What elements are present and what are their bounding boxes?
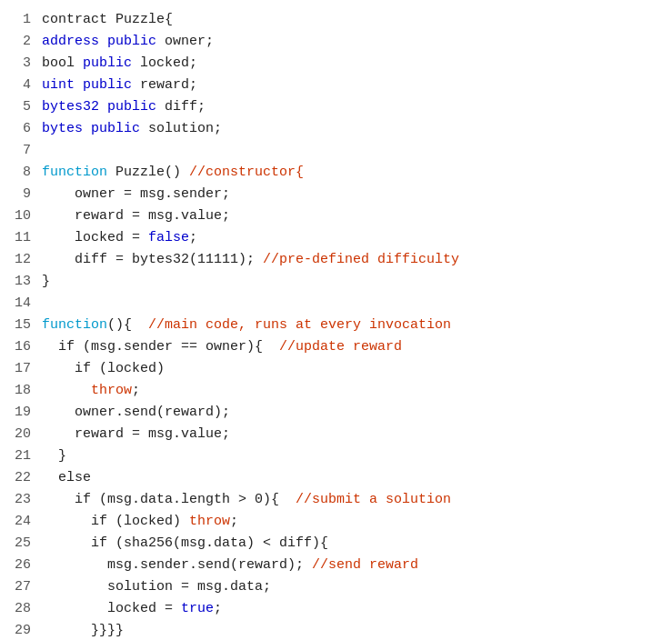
code-line: 3bool public locked; (0, 53, 672, 75)
line-content: else (42, 467, 663, 489)
code-token: owner; (156, 34, 214, 49)
line-content: contract Puzzle{ (42, 9, 663, 31)
line-content: locked = false; (42, 227, 663, 249)
code-token: bytes (42, 121, 83, 136)
code-token: if (msg.sender == owner){ (42, 339, 279, 355)
code-token: public (83, 77, 132, 93)
code-token: if (msg.data.length > 0){ (42, 492, 296, 507)
code-editor: 1contract Puzzle{2address public owner;3… (0, 0, 672, 640)
code-token: diff = bytes32(11111); (42, 252, 263, 267)
code-token: }}}} (42, 623, 124, 638)
code-token: bool (42, 55, 75, 71)
line-content: locked = true; (42, 598, 663, 620)
line-number: 19 (9, 402, 31, 424)
code-line: 29 }}}} (0, 620, 672, 640)
code-line: 21 } (0, 445, 672, 467)
line-number: 15 (9, 315, 31, 336)
code-line: 20 reward = msg.value; (0, 424, 672, 445)
code-line: 13} (0, 271, 672, 293)
code-line: 28 locked = true; (0, 598, 672, 620)
line-content: }}}} (42, 620, 663, 640)
line-number: 20 (9, 424, 31, 445)
code-token: false (148, 230, 189, 245)
code-token (99, 99, 107, 115)
code-token (42, 383, 91, 398)
line-number: 11 (9, 227, 31, 249)
line-number: 3 (9, 53, 31, 75)
line-number: 22 (9, 467, 31, 489)
line-number: 7 (9, 140, 31, 162)
line-content: msg.sender.send(reward); //send reward (42, 555, 663, 576)
code-token: Puzzle() (107, 165, 189, 180)
code-line: 15function(){ //main code, runs at every… (0, 315, 672, 336)
line-content: if (locked) throw; (42, 511, 663, 533)
line-number: 23 (9, 489, 31, 511)
code-line: 6bytes public solution; (0, 118, 672, 140)
code-line: 22 else (0, 467, 672, 489)
line-number: 24 (9, 511, 31, 533)
code-token: ; (132, 383, 140, 398)
code-line: 10 reward = msg.value; (0, 205, 672, 227)
line-content: reward = msg.value; (42, 424, 663, 445)
code-token: reward; (132, 77, 197, 93)
code-token: //update reward (279, 339, 402, 355)
line-content: uint public reward; (42, 75, 663, 96)
code-token: function (42, 165, 107, 180)
code-line: 5bytes32 public diff; (0, 96, 672, 118)
code-line: 19 owner.send(reward); (0, 402, 672, 424)
line-content: } (42, 271, 663, 293)
line-number: 26 (9, 555, 31, 576)
line-number: 1 (9, 9, 31, 31)
code-token: function (42, 317, 107, 333)
code-token: contract Puzzle{ (42, 12, 173, 27)
code-line: 27 solution = msg.data; (0, 576, 672, 598)
line-content: diff = bytes32(11111); //pre-defined dif… (42, 249, 663, 271)
line-content: if (sha256(msg.data) < diff){ (42, 533, 663, 555)
code-token: else (42, 470, 91, 485)
line-content: function Puzzle() //constructor{ (42, 162, 663, 184)
code-token (99, 34, 107, 49)
line-number: 6 (9, 118, 31, 140)
line-content: bytes public solution; (42, 118, 663, 140)
line-content: function(){ //main code, runs at every i… (42, 315, 663, 336)
code-token: //submit a solution (296, 492, 451, 507)
line-content: owner.send(reward); (42, 402, 663, 424)
code-line: 24 if (locked) throw; (0, 511, 672, 533)
code-token: bytes32 (42, 99, 99, 115)
code-token: reward = msg.value; (42, 208, 230, 224)
code-line: 18 throw; (0, 380, 672, 402)
code-line: 25 if (sha256(msg.data) < diff){ (0, 533, 672, 555)
code-token: public (91, 121, 140, 136)
code-token: ; (230, 514, 238, 529)
line-content: solution = msg.data; (42, 576, 663, 598)
line-number: 21 (9, 445, 31, 467)
line-number: 14 (9, 293, 31, 315)
code-line: 23 if (msg.data.length > 0){ //submit a … (0, 489, 672, 511)
code-token: solution; (140, 121, 222, 136)
line-number: 8 (9, 162, 31, 184)
line-number: 16 (9, 336, 31, 358)
code-token: owner.send(reward); (42, 405, 230, 420)
code-token: locked; (132, 55, 197, 71)
code-token: throw (91, 383, 132, 398)
line-content: if (locked) (42, 358, 663, 380)
code-token: //pre-defined difficulty (263, 252, 459, 267)
code-token: reward = msg.value; (42, 426, 230, 442)
code-line: 11 locked = false; (0, 227, 672, 249)
code-token: if (locked) (42, 514, 189, 529)
code-token (75, 77, 83, 93)
code-token: ; (189, 230, 197, 245)
code-line: 7 (0, 140, 672, 162)
code-line: 4uint public reward; (0, 75, 672, 96)
code-token: throw (189, 514, 230, 529)
line-number: 18 (9, 380, 31, 402)
code-token: address (42, 34, 99, 49)
code-token (83, 121, 91, 136)
line-number: 29 (9, 620, 31, 640)
code-token (75, 55, 83, 71)
code-line: 2address public owner; (0, 31, 672, 53)
code-line: 14 (0, 293, 672, 315)
code-line: 9 owner = msg.sender; (0, 184, 672, 205)
line-number: 27 (9, 576, 31, 598)
code-token: solution = msg.data; (42, 579, 271, 595)
